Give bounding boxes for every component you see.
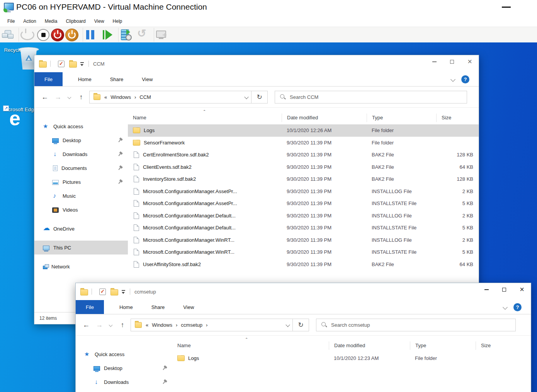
sidebar-item-network[interactable]: Network	[34, 260, 128, 273]
minimize-button[interactable]	[425, 55, 443, 68]
breadcrumb-item[interactable]: ›	[176, 322, 177, 328]
breadcrumb-item[interactable]: Windows	[110, 94, 131, 100]
ribbon-tab[interactable]: View	[175, 300, 202, 314]
pause-button[interactable]	[83, 28, 100, 42]
column-header-date[interactable]: Date modified	[282, 114, 367, 122]
file-row[interactable]: Microsoft.ConfigurationManager.AssetPr..…	[128, 197, 479, 210]
file-row[interactable]: Microsoft.ConfigurationManager.AssetPr..…	[128, 185, 479, 198]
address-dropdown-icon[interactable]	[244, 95, 248, 99]
file-row[interactable]: Logs 10/1/2020 12:26 AM File folder	[128, 124, 479, 137]
ribbon-tab[interactable]: File	[76, 300, 104, 314]
shutdown-guest-button[interactable]	[36, 28, 51, 42]
help-icon[interactable]	[461, 75, 469, 83]
menu-item[interactable]: View	[90, 16, 109, 27]
column-header-name[interactable]: ˆName	[172, 341, 329, 350]
sidebar-item-documents[interactable]: Documents	[76, 389, 172, 392]
breadcrumb[interactable]: «Windows›ccmsetup›	[131, 319, 293, 331]
sidebar-item-onedrive[interactable]: OneDrive	[34, 222, 128, 236]
ctrl-alt-del-button[interactable]	[1, 28, 15, 42]
minimize-button[interactable]	[478, 283, 495, 296]
desktop-icon-edge[interactable]: e ↗ Microsoft Edge	[0, 105, 39, 113]
menu-item[interactable]: Help	[109, 16, 127, 27]
menu-item[interactable]: Clipboard	[61, 16, 90, 27]
file-row[interactable]: CertEnrollmentStore.sdf.bak2 9/30/2020 1…	[128, 149, 479, 161]
column-header-size[interactable]: Size	[476, 341, 531, 350]
column-header-date[interactable]: Date modified	[329, 341, 410, 350]
file-row[interactable]: Microsoft.ConfigurationManager.WinRT... …	[128, 246, 479, 258]
close-button[interactable]	[513, 283, 531, 296]
desktop-icon-recycle-bin[interactable]: Recycle Bin	[0, 46, 37, 53]
column-header-size[interactable]: Size	[436, 114, 479, 122]
qat-customize-icon[interactable]	[80, 62, 84, 66]
shut-down-button[interactable]	[65, 28, 79, 42]
address-dropdown-icon[interactable]	[285, 322, 290, 327]
refresh-button[interactable]	[252, 91, 268, 104]
sidebar-item-this-pc[interactable]: This PC	[34, 241, 128, 255]
refresh-button[interactable]	[293, 319, 309, 331]
enhanced-session-button[interactable]	[154, 28, 172, 42]
forward-button[interactable]	[51, 93, 65, 101]
breadcrumb-item[interactable]: «	[104, 94, 107, 100]
back-button[interactable]	[38, 93, 51, 101]
column-header-type[interactable]: Type	[367, 114, 436, 122]
file-row[interactable]: ClientEvents.sdf.bak2 9/30/2020 11:39 PM…	[128, 161, 479, 173]
breadcrumb-item[interactable]: ›	[134, 94, 136, 100]
breadcrumb-item[interactable]: ›	[206, 322, 207, 328]
breadcrumb-item[interactable]: CCM	[139, 94, 151, 100]
revert-button[interactable]	[136, 28, 150, 42]
new-folder-icon[interactable]	[110, 289, 118, 295]
file-row[interactable]: UserAffinityStore.sdf.bak2 9/30/2020 11:…	[128, 258, 479, 271]
breadcrumb-item[interactable]: Windows	[152, 322, 172, 328]
help-icon[interactable]	[513, 303, 522, 311]
ribbon-tab[interactable]: View	[133, 72, 161, 86]
ribbon-expand-icon[interactable]	[450, 77, 455, 82]
new-folder-icon[interactable]	[69, 61, 77, 68]
ribbon-expand-icon[interactable]	[503, 305, 508, 310]
file-row[interactable]: Logs 10/1/2020 12:23 AM File folder	[172, 352, 531, 365]
file-row[interactable]: Microsoft.ConfigurationManager.Default..…	[128, 222, 479, 234]
maximize-button[interactable]	[443, 55, 461, 68]
back-button[interactable]	[80, 321, 93, 329]
ribbon-tab[interactable]: Share	[143, 300, 173, 314]
sidebar-item-videos[interactable]: Videos	[34, 203, 128, 217]
properties-icon[interactable]	[58, 61, 65, 67]
menu-item[interactable]: Media	[41, 16, 62, 27]
sidebar-item-desktop[interactable]: Desktop	[34, 133, 128, 147]
ribbon-tab[interactable]: Share	[102, 72, 132, 86]
file-row[interactable]: SensorFramework 9/30/2020 11:39 PM File …	[128, 137, 479, 149]
file-row[interactable]: Microsoft.ConfigurationManager.Default..…	[128, 210, 479, 222]
up-button[interactable]	[116, 321, 129, 329]
ribbon-tab[interactable]: File	[34, 72, 63, 86]
search-input[interactable]: Search CCM	[275, 91, 467, 104]
menu-item[interactable]: Action	[19, 16, 40, 27]
close-button[interactable]	[461, 55, 479, 68]
sidebar-item-documents[interactable]: Documents	[34, 161, 128, 175]
search-input[interactable]: Search ccmsetup	[316, 319, 516, 331]
file-row[interactable]: InventoryStore.sdf.bak2 9/30/2020 11:39 …	[128, 173, 479, 185]
sidebar-item-downloads[interactable]: Downloads	[34, 147, 128, 161]
forward-button[interactable]	[93, 321, 106, 329]
file-row[interactable]: Microsoft.ConfigurationManager.WinRT... …	[128, 234, 479, 246]
column-header-name[interactable]: ˆName	[128, 114, 282, 122]
checkpoint-button[interactable]	[118, 28, 136, 42]
sidebar-item-desktop[interactable]: Desktop	[76, 361, 172, 375]
column-header-type[interactable]: Type	[410, 341, 476, 350]
qat-customize-icon[interactable]	[121, 290, 126, 294]
sidebar-item-quick-access[interactable]: Quick access	[34, 119, 128, 133]
menu-item[interactable]: File	[3, 16, 19, 27]
sidebar-item-pictures[interactable]: Pictures	[34, 175, 128, 189]
up-button[interactable]	[75, 93, 88, 101]
sidebar-item-downloads[interactable]: Downloads	[76, 375, 172, 389]
breadcrumb[interactable]: «Windows›CCM	[89, 91, 252, 104]
resume-button[interactable]	[100, 28, 115, 42]
breadcrumb-item[interactable]: «	[146, 322, 148, 328]
sidebar-item-quick-access[interactable]: Quick access	[76, 347, 172, 361]
vm-minimize-button[interactable]	[502, 7, 511, 8]
turn-off-button[interactable]	[51, 28, 65, 42]
ribbon-tab[interactable]: Home	[70, 72, 100, 86]
sidebar-item-music[interactable]: Music	[34, 189, 128, 203]
breadcrumb-item[interactable]: ccmsetup	[181, 322, 202, 328]
maximize-button[interactable]	[495, 283, 513, 296]
power-button[interactable]	[19, 28, 36, 42]
ribbon-tab[interactable]: Home	[111, 300, 141, 314]
